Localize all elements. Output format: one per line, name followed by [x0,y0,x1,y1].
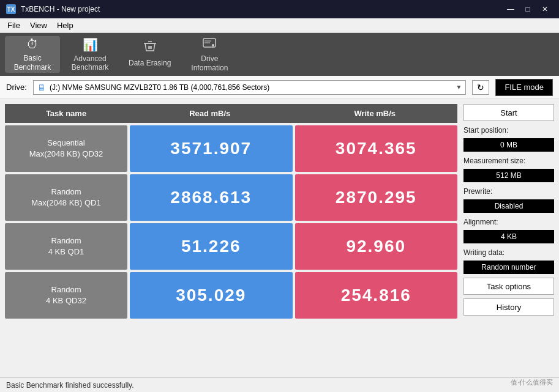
row-1-label: RandomMax(2048 KB) QD1 [5,174,127,221]
measurement-size-value: 512 MB [463,169,554,182]
alignment-value: 4 KB [463,230,554,243]
row-0-read: 3571.907 [130,125,293,172]
task-options-button[interactable]: Task options [463,278,554,295]
menu-file[interactable]: File [2,20,25,31]
benchmark-row-1: RandomMax(2048 KB) QD1 2868.613 2870.295 [5,174,457,221]
drive-refresh-button[interactable]: ↻ [472,80,489,95]
start-position-value: 0 MB [463,138,554,152]
row-0-write: 3074.365 [295,125,458,172]
drive-select[interactable]: 🖥 (J:) NVMe SAMSUNG MZVLB2T0 1.86 TB (4,… [33,80,466,95]
file-mode-button[interactable]: FILE mode [495,79,553,96]
drive-dropdown-arrow: ▼ [456,84,462,91]
basic-benchmark-icon: ⏱ [26,37,39,51]
menu-bar: File View Help [0,18,559,33]
alignment-label: Alignment: [463,218,554,226]
row-2-read: 51.226 [130,223,293,270]
drive-select-icon: 🖥 [37,83,46,92]
app-icon: TX [6,4,16,14]
title-bar: TX TxBENCH - New project — □ ✕ [0,0,559,18]
measurement-size-label: Measurement size: [463,157,554,165]
writing-data-label: Writing data: [463,248,554,257]
row-3-read: 305.029 [130,272,293,319]
row-3-label: Random4 KB QD32 [5,272,127,319]
status-bar: Basic Benchmark finished successfully. [0,377,559,392]
watermark: 值·什么值得买 [511,378,553,387]
drive-bar: Drive: 🖥 (J:) NVMe SAMSUNG MZVLB2T0 1.86… [0,76,559,99]
writing-data-value: Random number [463,261,554,274]
start-button[interactable]: Start [463,104,554,121]
data-erasing-icon [143,41,157,56]
header-read: Read mB/s [127,104,293,123]
history-button[interactable]: History [463,298,554,316]
drive-information-icon [202,37,217,52]
drive-label: Drive: [6,83,27,92]
main-content: Task name Read mB/s Write mB/s Sequentia… [0,99,559,377]
drive-select-value: (J:) NVMe SAMSUNG MZVLB2T0 1.86 TB (4,00… [50,83,456,92]
header-task-name: Task name [5,104,127,123]
benchmark-row-0: SequentialMax(2048 KB) QD32 3571.907 307… [5,125,457,172]
tab-data-erasing[interactable]: Data Erasing [120,36,179,73]
data-erasing-label: Data Erasing [129,59,171,67]
drive-information-label: DriveInformation [191,54,228,72]
benchmark-header: Task name Read mB/s Write mB/s [5,104,457,123]
title-bar-controls: — □ ✕ [503,2,553,16]
maximize-button[interactable]: □ [520,2,536,16]
minimize-button[interactable]: — [503,2,519,16]
row-3-write: 254.816 [295,272,458,319]
right-panel: Start Start position: 0 MB Measurement s… [463,104,554,372]
header-write: Write mB/s [293,104,458,123]
benchmark-row-3: Random4 KB QD32 305.029 254.816 [5,272,457,319]
row-1-write: 2870.295 [295,174,458,221]
basic-benchmark-label: BasicBenchmark [14,54,51,72]
window-title: TxBENCH - New project [21,5,100,13]
toolbar: ⏱ BasicBenchmark 📊 AdvancedBenchmark Dat… [0,33,559,76]
menu-help[interactable]: Help [52,20,78,31]
tab-basic-benchmark[interactable]: ⏱ BasicBenchmark [5,36,60,73]
tab-drive-information[interactable]: DriveInformation [182,36,237,73]
row-0-label: SequentialMax(2048 KB) QD32 [5,125,127,172]
row-1-read: 2868.613 [130,174,293,221]
title-bar-left: TX TxBENCH - New project [6,4,100,14]
tab-advanced-benchmark[interactable]: 📊 AdvancedBenchmark [62,36,118,73]
benchmark-row-2: Random4 KB QD1 51.226 92.960 [5,223,457,270]
prewrite-value: Disabled [463,199,554,213]
benchmark-table: Task name Read mB/s Write mB/s Sequentia… [5,104,457,372]
svg-point-6 [212,44,214,46]
close-button[interactable]: ✕ [537,2,553,16]
advanced-benchmark-label: AdvancedBenchmark [72,54,109,72]
row-2-write: 92.960 [295,223,458,270]
row-2-label: Random4 KB QD1 [5,223,127,270]
status-message: Basic Benchmark finished successfully. [6,381,134,390]
advanced-benchmark-icon: 📊 [83,37,98,52]
menu-view[interactable]: View [25,20,52,31]
start-position-label: Start position: [463,126,554,135]
prewrite-label: Prewrite: [463,187,554,196]
